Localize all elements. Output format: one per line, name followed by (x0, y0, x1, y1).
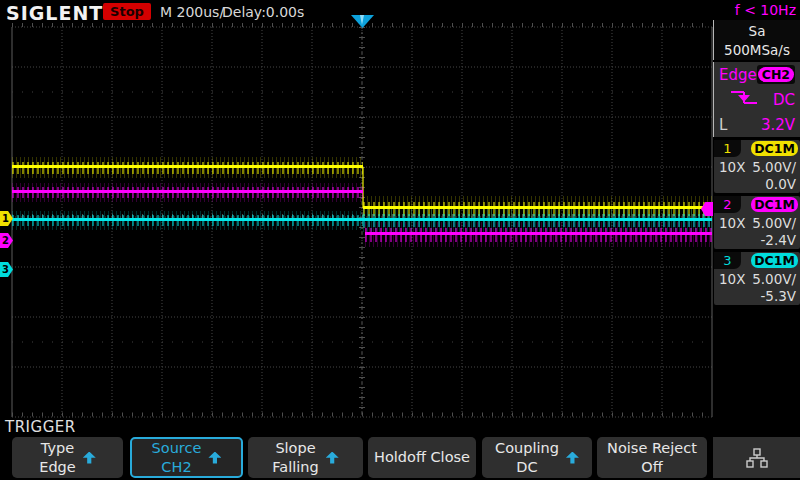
trigger-level-label: L (719, 116, 727, 134)
channel-2-probe: 10X (719, 215, 745, 231)
menu-button-type[interactable]: TypeEdge (12, 437, 123, 478)
sample-rate: Sa 500MSa/s (714, 22, 800, 60)
waveform-area: 123 (0, 0, 800, 480)
menu-button-line2: CH2 (152, 458, 202, 477)
lan-network-button[interactable] (713, 437, 800, 478)
menu-button-line1: Slope (272, 439, 318, 458)
menu-button-line2: Edge (39, 458, 76, 477)
channel-1-coupling-badge: DC1M (751, 141, 798, 156)
brand-logo: SIGLENT (6, 2, 103, 24)
up-arrow-icon (83, 452, 96, 464)
menu-button-line1: Holdoff Close (374, 448, 470, 467)
channel-1-offset: 0.0V (765, 176, 796, 192)
channel-3-coupling-badge: DC1M (751, 253, 798, 268)
trigger-source-chip: CH2 (757, 65, 795, 84)
channel-3-info-box[interactable]: 3DC1M10X5.00V/-5.3V (714, 252, 800, 305)
menu-button-line2: Falling (272, 458, 318, 477)
channel-3-offset: -5.3V (760, 288, 796, 304)
up-arrow-icon (208, 452, 221, 464)
up-arrow-icon (566, 452, 579, 464)
menu-button-coupling[interactable]: CouplingDC (482, 437, 592, 478)
oscilloscope-screen: 123 SIGLENT Stop M 200us/ Delay:0.00s f … (0, 0, 800, 480)
menu-title: TRIGGER (5, 418, 76, 436)
channel-2-position-marker[interactable]: 2 (0, 233, 13, 248)
frequency-counter: f < 10Hz (700, 2, 796, 18)
menu-button-source[interactable]: SourceCH2 (130, 437, 243, 478)
channel-1-scale: 5.00V/ (752, 159, 796, 175)
trigger-level-value: 3.2V (761, 116, 795, 134)
trigger-info-box[interactable]: Edge CH2 DC L 3.2V (713, 62, 800, 137)
channel-3-position-marker[interactable]: 3 (0, 262, 13, 277)
lan-network-icon (745, 447, 769, 469)
channel-2-scale: 5.00V/ (752, 215, 796, 231)
channel-1-probe: 10X (719, 159, 745, 175)
trigger-coupling-label: DC (773, 91, 795, 109)
ch2-trace (12, 183, 363, 202)
menu-button-noise-reject[interactable]: Noise RejectOff (597, 437, 707, 478)
menu-button-line1: Source (152, 439, 202, 458)
delay-readout[interactable]: Delay:0.00s (222, 4, 304, 20)
channel-3-scale: 5.00V/ (752, 271, 796, 287)
menu-button-line1: Noise Reject (607, 439, 697, 458)
run-state-badge[interactable]: Stop (103, 3, 151, 20)
channel-3-number: 3 (714, 252, 741, 269)
channel-1-number: 1 (714, 140, 741, 157)
trigger-source-label: CH2 (758, 67, 794, 82)
menu-button-line2: Off (607, 458, 697, 477)
up-arrow-icon (326, 452, 339, 464)
channel-2-coupling-badge: DC1M (751, 197, 798, 212)
ch3-trace (12, 211, 363, 230)
channel-2-info-box[interactable]: 2DC1M10X5.00V/-2.4V (714, 196, 800, 249)
channel-2-number: 2 (714, 196, 741, 213)
ch1-trace (12, 157, 363, 178)
menu-button-slope[interactable]: SlopeFalling (248, 437, 363, 478)
menu-button-line1: Coupling (495, 439, 559, 458)
channel-3-probe: 10X (719, 271, 745, 287)
falling-edge-icon (729, 89, 759, 110)
channel-1-info-box[interactable]: 1DC1M10X5.00V/0.0V (714, 140, 800, 193)
trigger-type-label: Edge (719, 66, 757, 84)
ch3-trace (363, 209, 712, 232)
menu-button-holdoff-close[interactable]: Holdoff Close (368, 437, 476, 478)
menu-button-line1: Type (39, 439, 76, 458)
timebase-readout[interactable]: M 200us/ (160, 4, 224, 20)
channel-2-offset: -2.4V (760, 232, 796, 248)
acquisition-info-box: Sa 500MSa/s Curr 1.40Mpts (713, 20, 800, 60)
menu-button-line2: DC (495, 458, 559, 477)
